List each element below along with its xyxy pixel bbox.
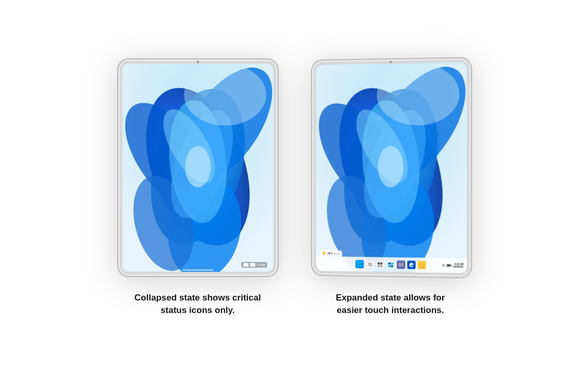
svg-rect-37 [388,262,391,265]
tray-time: 9:20 AM10/5/2021 [453,262,463,268]
left-tablet-frame: 9:15 AM [117,58,279,277]
home-bar-collapsed [182,269,214,271]
right-tablet-screen: ☀️ 78°F Sunny [316,63,466,273]
weather-label: Sunny [333,252,339,255]
left-tablet-wrapper: 9:15 AM [117,58,279,277]
weather-temp: 78°F [327,252,332,255]
left-side-button-2 [278,122,279,132]
right-tablet-frame: ☀️ 78°F Sunny [311,57,472,279]
left-tablet-screen: 9:15 AM [122,64,273,272]
taskbar-center-icons [355,260,426,269]
battery-icon [250,263,255,267]
right-side-button [471,101,472,115]
svg-rect-38 [391,262,393,265]
svg-rect-46 [447,265,450,266]
svg-point-10 [185,146,210,188]
left-caption-line2: status icons only. [160,305,234,315]
svg-rect-35 [378,265,380,267]
svg-rect-14 [254,265,255,266]
svg-rect-29 [357,265,359,267]
weather-icon: ☀️ [321,252,326,256]
right-caption: Expanded state allows for easier touch i… [336,292,445,317]
tray-battery-icon [446,264,452,267]
svg-line-32 [370,265,371,266]
comparison-container: 9:15 AM Collapsed state shows critical s… [107,48,482,327]
search-taskbar-icon[interactable] [366,260,374,269]
svg-point-31 [368,263,371,266]
svg-rect-33 [378,262,380,264]
left-wallpaper [122,64,273,272]
svg-rect-13 [251,264,253,266]
svg-point-42 [399,264,401,265]
left-device-section: 9:15 AM Collapsed state shows critical s… [117,58,279,317]
left-side-button [278,101,279,116]
left-caption: Collapsed state shows critical status ic… [134,292,261,317]
chat-icon[interactable] [396,260,405,269]
svg-point-11 [184,64,266,126]
right-side-button-2 [471,121,472,132]
svg-rect-36 [380,265,382,267]
left-camera-dot [197,61,199,63]
weather-widget: ☀️ 78°F Sunny [319,250,342,256]
svg-rect-28 [359,261,361,264]
right-device-section: ☀️ 78°F Sunny [310,58,471,317]
right-caption-line2: easier touch interactions. [337,305,444,315]
edge-icon[interactable] [407,261,416,269]
right-caption-line1: Expanded state allows for [336,293,445,303]
right-tablet-wrapper: ☀️ 78°F Sunny [310,58,471,277]
svg-rect-39 [388,265,390,267]
right-wallpaper [316,63,466,273]
time-display: 9:15 AM [257,264,265,266]
file-explorer-icon[interactable] [418,261,426,269]
right-camera-dot [390,61,392,63]
task-view-icon[interactable] [376,260,384,269]
expanded-taskbar: 9:20 AM10/5/2021 [316,256,466,273]
widgets-icon[interactable] [386,260,395,269]
tray-wifi-icon [441,264,445,267]
left-caption-line1: Collapsed state shows critical [134,293,261,303]
svg-rect-40 [390,265,393,267]
wifi-icon [243,263,248,267]
svg-rect-30 [359,265,361,267]
windows-start-icon[interactable] [355,260,364,268]
system-tray: 9:20 AM10/5/2021 [441,262,464,268]
collapsed-status-icons: 9:15 AM [241,262,267,268]
svg-rect-34 [380,262,382,264]
svg-rect-27 [357,261,359,264]
